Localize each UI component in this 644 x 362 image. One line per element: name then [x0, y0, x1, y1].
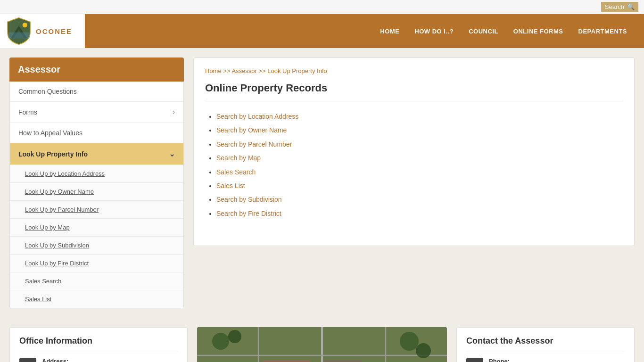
contact-card: Contact the Assessor Phone: 864-638-4150… [456, 327, 635, 362]
top-bar: Search 🔍 [0, 0, 644, 14]
phone-info: Phone: 864-638-4150 [489, 358, 527, 362]
breadcrumb-current: Look Up Property Info [267, 67, 327, 74]
search-box[interactable]: Search 🔍 [601, 2, 638, 12]
link-owner[interactable]: Search by Owner Name [216, 126, 287, 134]
nav-online-forms[interactable]: ONLINE FORMS [506, 18, 571, 44]
search-icon: 🔍 [627, 3, 635, 10]
link-subdivision[interactable]: Search by Subdivision [216, 196, 282, 203]
list-item: Search by Location Address [216, 110, 623, 123]
phone-icon [466, 358, 483, 362]
sidebar-item-lookup-property[interactable]: Look Up Property Info ⌄ [10, 143, 183, 165]
sidebar-item-appeal-values[interactable]: How to Appeal Values [10, 123, 183, 143]
sidebar-item-lookup-fire[interactable]: Look Up by Fire District [10, 255, 183, 272]
office-info-title: Office Information [19, 336, 178, 351]
search-label: Search [605, 3, 624, 10]
address-icon [19, 358, 36, 362]
content-list: Search by Location Address Search by Own… [205, 110, 623, 221]
list-item: Sales Search [216, 165, 623, 179]
address-info: Address: 415 S. Pine St. Walhalla, SC 29… [42, 358, 96, 362]
svg-point-26 [212, 333, 229, 350]
sidebar-item-lookup-map[interactable]: Look Up by Map [10, 219, 183, 237]
link-location[interactable]: Search by Location Address [216, 113, 298, 120]
chevron-right-icon: › [173, 108, 175, 116]
sidebar-title: Assessor [9, 58, 184, 82]
phone-label: Phone: [489, 358, 527, 362]
svg-point-3 [23, 23, 27, 27]
list-item: Search by Owner Name [216, 123, 623, 137]
svg-point-27 [228, 330, 241, 343]
nav-council[interactable]: COUNCIL [461, 18, 506, 44]
breadcrumb-assessor[interactable]: Assessor [231, 67, 256, 74]
main-nav: HOME HOW DO I..? COUNCIL ONLINE FORMS DE… [85, 18, 644, 44]
footer-section: Office Information Address: 415 S. Pine … [0, 318, 644, 362]
link-sales-search[interactable]: Sales Search [216, 168, 256, 176]
sidebar-item-lookup-owner[interactable]: Look Up by Owner Name [10, 183, 183, 201]
sidebar-menu: Common Questions Forms › How to Appeal V… [9, 82, 184, 308]
office-address-row: Address: 415 S. Pine St. Walhalla, SC 29… [19, 358, 178, 362]
link-fire-district[interactable]: Search by Fire District [216, 210, 281, 217]
nav-home[interactable]: HOME [372, 18, 407, 44]
link-sales-list[interactable]: Sales List [216, 182, 245, 189]
nav-how[interactable]: HOW DO I..? [407, 18, 461, 44]
sidebar-item-sales-list[interactable]: Sales List [10, 290, 183, 308]
contact-title: Contact the Assessor [466, 336, 625, 351]
nav-departments[interactable]: DEPARTMENTS [571, 18, 635, 44]
svg-point-29 [416, 343, 431, 358]
list-item: Sales List [216, 179, 623, 193]
svg-rect-2 [8, 33, 30, 39]
list-item: Search by Parcel Number [216, 138, 623, 151]
chevron-down-icon: ⌄ [169, 149, 175, 158]
link-map[interactable]: Search by Map [216, 154, 261, 162]
svg-rect-16 [324, 360, 362, 362]
content-area: Home >> Assessor >> Look Up Property Inf… [193, 58, 635, 246]
map-image [197, 327, 447, 362]
svg-point-28 [400, 332, 419, 351]
list-item: Search by Fire District [216, 207, 623, 221]
sidebar-item-lookup-parcel[interactable]: Look Up by Parcel Number [10, 201, 183, 219]
breadcrumb-home[interactable]: Home [205, 67, 222, 74]
list-item: Search by Map [216, 151, 623, 165]
sidebar-item-lookup-location[interactable]: Look Up by Location Address [10, 165, 183, 183]
logo-icon [5, 17, 33, 45]
logo-text: OCONEE [36, 27, 72, 35]
sidebar: Assessor Common Questions Forms › How to… [9, 58, 184, 308]
main-container: Assessor Common Questions Forms › How to… [0, 48, 644, 308]
office-info-card: Office Information Address: 415 S. Pine … [9, 327, 188, 362]
content-title: Online Property Records [205, 82, 623, 101]
svg-rect-15 [263, 360, 310, 362]
list-item: Search by Subdivision [216, 193, 623, 206]
phone-row: Phone: 864-638-4150 [466, 358, 625, 362]
sidebar-item-lookup-subdivision[interactable]: Look Up by Subdivision [10, 237, 183, 255]
breadcrumb: Home >> Assessor >> Look Up Property Inf… [205, 67, 623, 74]
sidebar-item-forms[interactable]: Forms › [10, 102, 183, 123]
header: OCONEE HOME HOW DO I..? COUNCIL ONLINE F… [0, 14, 644, 48]
logo-area: OCONEE [0, 14, 85, 48]
sidebar-item-sales-search[interactable]: Sales Search [10, 272, 183, 290]
link-parcel[interactable]: Search by Parcel Number [216, 140, 292, 148]
address-label: Address: [42, 358, 96, 362]
sidebar-item-common-questions[interactable]: Common Questions [10, 82, 183, 102]
